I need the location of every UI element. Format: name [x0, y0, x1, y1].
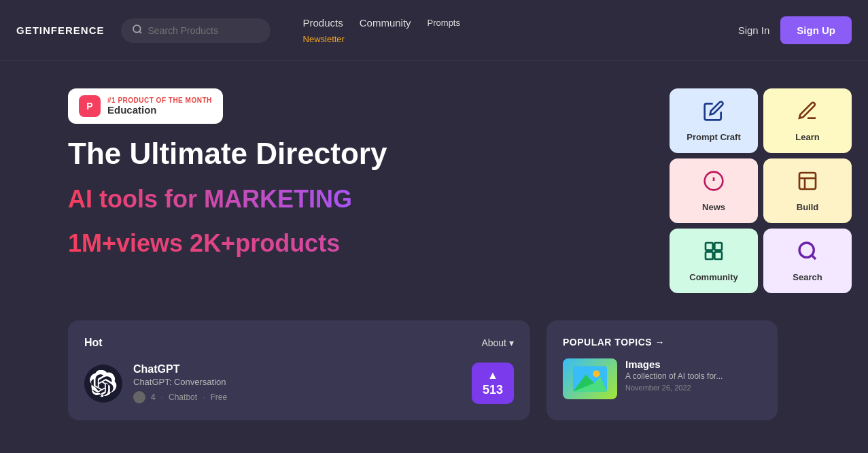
topic-title: Images	[625, 358, 723, 370]
left-section: P #1 PRODUCT OF THE MONTH Education The …	[68, 88, 642, 293]
svg-rect-8	[714, 252, 722, 259]
main-section: P #1 PRODUCT OF THE MONTH Education The …	[0, 61, 868, 320]
search-box[interactable]	[121, 18, 271, 43]
meta-separator-1: ·	[161, 392, 163, 402]
hero-title: The Ultimate Directory	[68, 137, 642, 170]
right-section: Prompt Craft Learn	[670, 88, 852, 293]
badge-label: #1 PRODUCT OF THE MONTH	[107, 97, 212, 104]
popular-topics-card: POPULAR TOPICS → Images A collection of …	[546, 320, 778, 420]
card-community-label: Community	[689, 272, 738, 282]
svg-point-9	[799, 243, 814, 257]
community-icon	[703, 240, 725, 267]
chevron-down-icon: ▾	[509, 337, 514, 348]
meta-separator-2: ·	[203, 392, 205, 402]
build-icon	[797, 170, 818, 197]
topic-date: November 26, 2022	[625, 384, 723, 392]
nav-row-1: Products Community Prompts	[298, 14, 466, 31]
nav-products[interactable]: Products	[298, 14, 349, 31]
nav-newsletter[interactable]: Newsletter	[298, 31, 350, 47]
topic-info: Images A collection of AI tools for... N…	[625, 358, 723, 392]
hot-card: Hot About ▾ ChatGPT ChatGPT: Conversatio…	[68, 320, 530, 420]
topic-image	[563, 358, 617, 399]
svg-rect-5	[706, 243, 713, 250]
card-build-label: Build	[797, 202, 819, 212]
nav-community[interactable]: Community	[354, 14, 417, 31]
about-label: About	[481, 337, 506, 348]
header-right: Sign In Sign Up	[738, 16, 852, 44]
search-input[interactable]	[148, 25, 260, 36]
vote-count: 513	[483, 383, 503, 397]
topic-item[interactable]: Images A collection of AI tools for... N…	[563, 358, 761, 399]
user-avatar	[133, 391, 145, 403]
card-search-icon	[797, 240, 818, 267]
product-description: ChatGPT: Conversation	[133, 377, 461, 387]
product-pricing: Free	[210, 392, 227, 402]
card-build[interactable]: Build	[763, 158, 852, 223]
sign-up-button[interactable]: Sign Up	[780, 16, 852, 44]
product-meta: 4 · Chatbot · Free	[133, 391, 461, 403]
hero-gradient-line1: AI tools for MARKETING	[68, 184, 642, 216]
product-info: ChatGPT ChatGPT: Conversation 4 · Chatbo…	[133, 363, 461, 403]
hot-card-header: Hot About ▾	[84, 337, 514, 349]
nav-links: Products Community Prompts Newsletter	[298, 14, 466, 47]
learn-icon	[797, 100, 818, 127]
product-badge[interactable]: P #1 PRODUCT OF THE MONTH Education	[68, 88, 223, 124]
prompt-craft-icon	[703, 100, 725, 127]
user-count: 4	[151, 392, 156, 402]
card-prompt-craft-label: Prompt Craft	[687, 132, 740, 142]
nav-prompts[interactable]: Prompts	[422, 15, 466, 31]
card-news[interactable]: News	[670, 158, 758, 223]
hot-label: Hot	[84, 337, 103, 349]
card-community[interactable]: Community	[670, 229, 758, 293]
vote-arrow-icon: ▲	[487, 369, 498, 382]
card-news-label: News	[702, 202, 725, 212]
bottom-section: Hot About ▾ ChatGPT ChatGPT: Conversatio…	[0, 320, 868, 437]
sign-in-button[interactable]: Sign In	[738, 24, 770, 36]
product-row: ChatGPT ChatGPT: Conversation 4 · Chatbo…	[84, 363, 514, 404]
svg-rect-6	[714, 243, 722, 250]
popular-topics-label: POPULAR TOPICS →	[563, 337, 665, 348]
badge-text: #1 PRODUCT OF THE MONTH Education	[107, 97, 212, 116]
product-name: ChatGPT	[133, 363, 461, 375]
card-learn-label: Learn	[795, 132, 819, 142]
nav-row-2: Newsletter	[298, 31, 350, 47]
popular-topics-header: POPULAR TOPICS →	[563, 337, 761, 348]
svg-point-11	[593, 371, 600, 378]
product-category: Chatbot	[169, 392, 197, 402]
svg-rect-7	[706, 252, 713, 259]
hero-stats: 1M+views 2K+products	[68, 229, 642, 258]
card-learn[interactable]: Learn	[763, 88, 852, 153]
cards-grid: Prompt Craft Learn	[670, 88, 852, 293]
logo: GETINFERENCE	[16, 24, 105, 36]
about-button[interactable]: About ▾	[481, 337, 514, 348]
topic-description: A collection of AI tools for...	[625, 371, 723, 381]
svg-rect-4	[799, 173, 816, 189]
card-search[interactable]: Search	[763, 229, 852, 293]
card-search-label: Search	[793, 272, 822, 282]
news-icon	[703, 170, 725, 197]
badge-icon: P	[79, 95, 101, 117]
vote-button[interactable]: ▲ 513	[472, 363, 514, 404]
product-logo	[84, 365, 122, 403]
badge-value: Education	[107, 104, 212, 116]
svg-point-0	[133, 25, 141, 33]
header: GETINFERENCE Products Community Prompts …	[0, 0, 868, 61]
card-prompt-craft[interactable]: Prompt Craft	[670, 88, 758, 153]
search-icon	[132, 24, 143, 37]
